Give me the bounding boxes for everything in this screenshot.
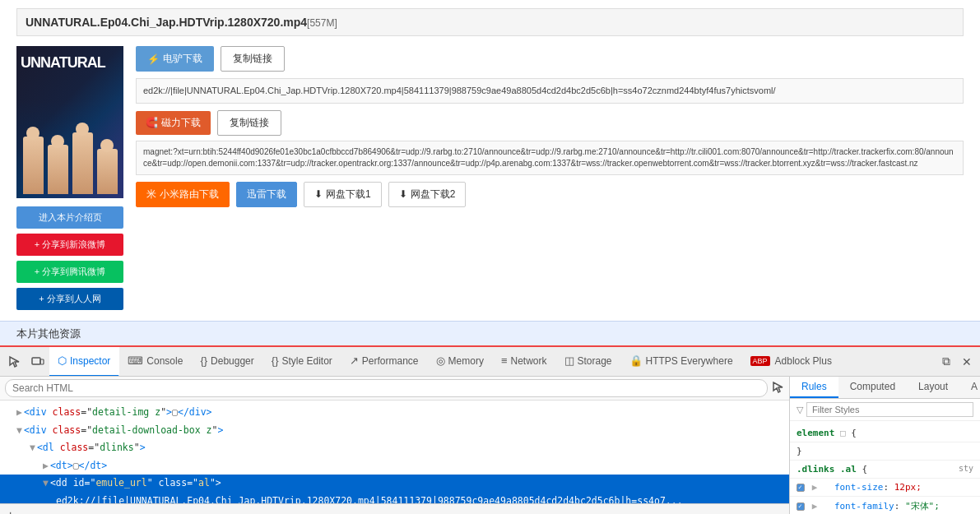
svg-rect-1 (40, 359, 44, 364)
style-rule-element: element □ { (790, 424, 980, 442)
html-line[interactable]: ▼<div class="detail-download-box z"> (0, 422, 789, 440)
tab-inspector[interactable]: ⬡ Inspector (49, 347, 119, 377)
copy-magnet-link-btn[interactable]: 复制链接 (217, 110, 281, 136)
inspector-icon: ⬡ (58, 354, 67, 367)
devtools-toolbar: ⬡ Inspector ⌨ Console {} Debugger {} Sty… (0, 347, 980, 377)
style-prop-font-size[interactable]: ▶ font-size: 12px; (790, 479, 980, 497)
network-icon: ≡ (501, 354, 508, 367)
devtools-body: ▶<div class="detail-img z">▢</div> ▼<div… (0, 377, 980, 514)
tab-style-editor[interactable]: {} Style Editor (263, 347, 341, 377)
file-title-text: UNNATURAL.Ep04.Chi_Jap.HDTVrip.1280X720.… (26, 16, 307, 29)
memory-icon: ◎ (436, 354, 445, 367)
svg-rect-0 (32, 358, 40, 364)
tab-performance[interactable]: ↗ Performance (341, 347, 428, 377)
devtools-inspect-btn[interactable] (3, 352, 26, 372)
checkbox-font-size[interactable] (797, 484, 805, 492)
share-wechat-btn[interactable]: + 分享到腾讯微博 (16, 261, 123, 283)
netdisk2-btn[interactable]: ⬇ 网盘下载2 (388, 182, 467, 207)
devtools-responsive-btn[interactable] (26, 352, 49, 372)
tab-layout[interactable]: Layout (907, 377, 959, 398)
magnet-link-box: magnet:?xt=urn:btih:5244ff40d9026fe01e30… (136, 141, 964, 175)
tab-adblock-plus[interactable]: ABP Adblock Plus (742, 347, 841, 377)
storage-icon: ◫ (564, 354, 574, 367)
emule-icon: ⚡ (147, 53, 160, 65)
devtools-dock-btn[interactable]: ⧉ (937, 351, 955, 372)
tab-debugger[interactable]: {} Debugger (192, 347, 262, 377)
html-line[interactable]: ▶<dt>▢</dt> (0, 457, 789, 475)
html-line-text[interactable]: ed2k://|file|UNNATURAL.Ep04.Chi_Jap.HDTV… (0, 493, 789, 503)
tab-console[interactable]: ⌨ Console (119, 347, 192, 377)
netdisk2-icon: ⬇ (399, 188, 407, 200)
tab-https-everywhere[interactable]: 🔒 HTTPS Everywhere (621, 347, 742, 377)
main-content: UNNATURAL.Ep04.Chi_Jap.HDTVrip.1280X720.… (0, 0, 980, 321)
netdisk1-icon: ⬇ (314, 188, 323, 200)
emule-link-box: ed2k://|file|UNNATURAL.Ep04.Chi_Jap.HDTV… (136, 78, 964, 104)
style-prop-font-family[interactable]: ▶ font-family: "宋体"; (790, 497, 980, 514)
checkbox-font-family[interactable] (797, 502, 805, 511)
https-icon: 🔒 (629, 354, 643, 367)
xiaomi-icon: 米 (146, 188, 156, 201)
html-tree: ▶<div class="detail-img z">▢</div> ▼<div… (0, 401, 789, 503)
styles-panel: Rules Computed Layout A ▽ element □ { } (790, 377, 980, 514)
share-renren-btn[interactable]: + 分享到人人网 (16, 288, 123, 310)
share-weibo-btn[interactable]: + 分享到新浪微博 (16, 234, 123, 256)
prop-triangle: ▶ (812, 482, 818, 493)
file-size: [557M] (307, 17, 337, 29)
html-line[interactable]: ▶<div class="detail-img z">▢</div> (0, 404, 789, 422)
emule-download-btn[interactable]: ⚡ 电驴下载 (136, 46, 214, 72)
xiaomi-download-btn[interactable]: 米 小米路由下载 (136, 182, 230, 207)
netdisk1-btn[interactable]: ⬇ 网盘下载1 (304, 182, 382, 207)
style-rule-brace: } (790, 442, 980, 461)
prop-triangle2: ▶ (812, 501, 818, 512)
tab-rules[interactable]: Rules (790, 377, 838, 398)
styles-rules: element □ { } .dlinks .al sty { ▶ font-s… (790, 421, 980, 514)
html-search-pick-btn[interactable] (773, 382, 784, 396)
adblock-icon: ABP (750, 356, 770, 366)
html-line[interactable]: ▼<dl class="dlinks"> (0, 439, 789, 457)
thunder-download-btn[interactable]: 迅雷下载 (236, 182, 297, 207)
html-line-selected[interactable]: ▼<dd id="emule_url" class="al"> (0, 475, 789, 493)
style-rule-dlinks-al-selector: .dlinks .al sty { (790, 461, 980, 479)
debugger-icon: {} (200, 354, 207, 367)
filter-icon: ▽ (797, 405, 803, 415)
magnet-download-btn[interactable]: 🧲 磁力下载 (136, 111, 211, 135)
add-rule-btn[interactable]: + (7, 509, 14, 515)
copy-emule-link-btn[interactable]: 复制链接 (221, 46, 285, 72)
tab-memory[interactable]: ◎ Memory (428, 347, 493, 377)
html-search-input[interactable] (5, 379, 768, 397)
enter-detail-btn[interactable]: 进入本片介绍页 (16, 206, 123, 229)
magnet-icon: 🧲 (146, 117, 158, 128)
filter-styles-input[interactable] (806, 402, 973, 417)
html-panel-bottom-toolbar: + (0, 503, 789, 514)
performance-icon: ↗ (350, 354, 359, 367)
style-editor-icon: {} (272, 354, 279, 367)
devtools-panel: ⬡ Inspector ⌨ Console {} Debugger {} Sty… (0, 345, 980, 514)
styles-tabs-bar: Rules Computed Layout A (790, 377, 980, 399)
tab-network[interactable]: ≡ Network (493, 347, 556, 377)
poster-image: UNNATURAL (16, 46, 123, 198)
resources-bar: 本片其他资源 (0, 321, 980, 345)
tab-storage[interactable]: ◫ Storage (556, 347, 621, 377)
file-title-bar: UNNATURAL.Ep04.Chi_Jap.HDTVrip.1280X720.… (16, 8, 964, 36)
filter-styles-bar: ▽ (790, 399, 980, 421)
tab-a[interactable]: A (959, 377, 980, 398)
html-panel: ▶<div class="detail-img z">▢</div> ▼<div… (0, 377, 790, 514)
tab-computed[interactable]: Computed (838, 377, 907, 398)
devtools-close-btn[interactable]: ✕ (957, 352, 977, 372)
poster-title-text: UNNATURAL (21, 54, 105, 72)
console-icon: ⌨ (128, 354, 143, 367)
